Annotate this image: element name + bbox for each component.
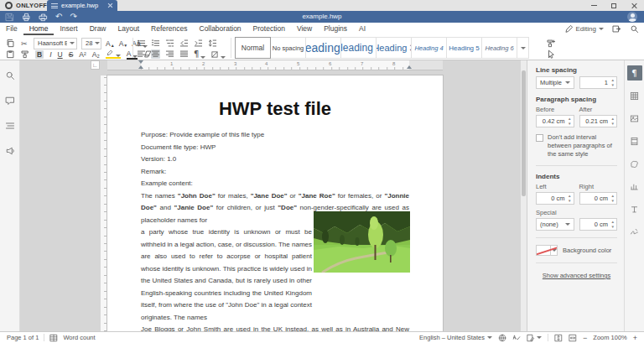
navigation-headings-button[interactable] [5,121,15,131]
document-scrollbar[interactable] [521,60,527,331]
window-minimize-button[interactable] [584,0,604,11]
subscript-button[interactable]: A₂ [92,50,100,59]
image-settings-button[interactable] [627,111,642,126]
indent-right-spinner[interactable]: 0 cm ▲▼ [579,192,618,205]
right-indent-marker[interactable] [407,65,412,69]
language-selector[interactable]: English – United States [419,334,492,341]
numbered-list-button[interactable] [151,39,160,48]
format-painter-button[interactable] [21,49,30,59]
line-spacing-button[interactable] [208,39,217,48]
search-button[interactable] [630,24,639,34]
background-color-picker[interactable] [536,245,558,256]
document-tab[interactable]: example.hwp [47,0,117,11]
first-line-indent-marker[interactable] [138,60,143,64]
highlight-color-button[interactable] [106,49,121,59]
zoom-in-button[interactable]: + [633,334,637,342]
tab-home[interactable]: Home [23,23,55,35]
set-language-globe-button[interactable] [498,334,506,342]
bold-button[interactable]: B [35,50,44,59]
tab-references[interactable]: References [145,23,193,35]
document-canvas[interactable]: ∟ 1 2 3 4 5 6 7 8 HWP test file Purpose:… [20,60,527,331]
textart-settings-button[interactable] [627,201,642,216]
paragraph-settings-button[interactable]: ¶ [627,65,642,81]
style-heading3[interactable]: Heading 3 [376,37,412,59]
search-sidebar-button[interactable] [5,70,15,81]
chart-settings-button[interactable] [627,179,642,194]
underline-button[interactable]: U [58,50,63,59]
window-maximize-button[interactable] [604,0,624,11]
align-center-button[interactable] [151,49,160,59]
meadow-photo[interactable] [314,211,410,273]
line-spacing-select[interactable]: Multiple [536,76,574,89]
copy-style-button[interactable] [547,39,556,48]
special-amount-spinner[interactable]: 0 cm ▲▼ [579,218,618,231]
style-heading6[interactable]: Heading 6 [481,37,517,59]
table-settings-button[interactable] [627,88,642,103]
shading-button[interactable] [210,50,226,59]
font-size-select[interactable]: 28 [81,38,101,49]
tab-insert[interactable]: Insert [54,23,83,35]
window-close-button[interactable] [624,0,644,11]
align-left-button[interactable] [137,49,146,59]
advanced-settings-link[interactable]: Show advanced settings [536,272,617,279]
spacing-before-spinner[interactable]: 0.42 cm ▲▼ [536,115,574,127]
copy-button[interactable] [6,39,15,48]
decrease-font-button[interactable]: A▼ [119,39,128,48]
feedback-support-button[interactable] [5,146,15,156]
headerfooter-settings-button[interactable] [627,133,642,148]
spacing-after-spinner[interactable]: 0.21 cm ▲▼ [579,115,618,127]
style-no-spacing[interactable]: No spacing [270,37,306,59]
shape-settings-button[interactable] [627,156,642,171]
styles-expand-button[interactable] [517,37,529,59]
fit-width-button[interactable] [569,334,577,342]
tab-file[interactable]: File [0,23,23,35]
fit-page-button[interactable] [554,334,563,342]
special-indent-select[interactable]: (none) [536,218,574,231]
scrollbar-thumb[interactable] [522,70,526,196]
tab-protection[interactable]: Protection [247,23,291,35]
comments-sidebar-button[interactable] [5,96,15,106]
signature-settings-button[interactable] [627,224,642,239]
increase-font-button[interactable]: A▲ [106,39,115,48]
style-heading5[interactable]: Heading 5 [446,37,482,59]
style-heading2[interactable]: Heading 2 [340,37,377,59]
tab-ai[interactable]: AI [353,23,371,35]
tab-plugins[interactable]: Plugins [318,23,353,35]
decrease-indent-button[interactable] [179,39,189,48]
line-spacing-amount-spinner[interactable]: 1 ▲▼ [579,76,618,89]
align-justify-button[interactable] [179,49,189,59]
page-indicator[interactable]: Page 1 of 1 [7,334,39,341]
bullet-list-button[interactable] [137,39,146,48]
hanging-indent-marker[interactable] [138,65,143,69]
spellcheck-button[interactable] [512,334,521,342]
document-page[interactable]: HWP test file Purpose: Provide example o… [107,75,443,331]
zoom-level[interactable]: Zoom 100% [593,334,626,341]
italic-button[interactable]: I [49,50,51,59]
style-heading1[interactable]: Heading 1 [305,37,341,59]
align-right-button[interactable] [165,49,174,59]
tab-draw[interactable]: Draw [84,23,112,35]
increase-indent-button[interactable] [194,39,203,48]
same-style-interval-checkbox[interactable]: Don't add interval between paragraphs of… [536,133,617,159]
user-avatar[interactable] [627,12,637,22]
editing-mode-dropdown[interactable]: Editing [564,24,604,34]
tab-close-icon[interactable] [107,3,113,8]
open-file-location-button[interactable] [612,24,621,34]
superscript-button[interactable]: A² [79,50,86,59]
font-name-select[interactable]: Haansoft Batang [34,38,77,49]
tab-view[interactable]: View [291,23,318,35]
style-normal[interactable]: Normal [235,37,271,59]
cut-button[interactable]: ✂ [21,39,28,48]
zoom-out-button[interactable]: − [583,334,587,342]
paste-button[interactable] [6,49,15,59]
indent-left-spinner[interactable]: 0 cm ▲▼ [536,192,574,205]
track-changes-button[interactable] [527,334,542,342]
strikethrough-button[interactable]: S [69,50,74,59]
multilevel-list-button[interactable] [165,39,174,48]
tab-stop-selector[interactable]: ∟ [91,60,100,70]
word-count-button[interactable]: Word count [63,334,95,341]
tab-collaboration[interactable]: Collaboration [194,23,247,35]
nonprinting-characters-button[interactable]: ¶ [194,49,205,59]
select-tool-button[interactable] [547,49,556,59]
tab-layout[interactable]: Layout [112,23,146,35]
